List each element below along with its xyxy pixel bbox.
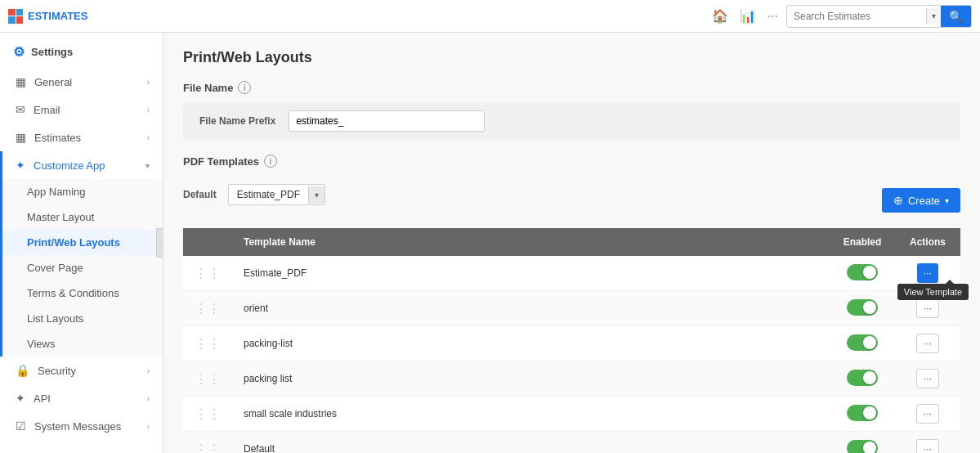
system-messages-chevron-icon: › [147, 422, 150, 431]
submenu-item-views[interactable]: Views [2, 331, 163, 357]
sidebar-item-estimates[interactable]: ▦ Estimates › [0, 123, 163, 151]
default-select-value: Estimate_PDF [229, 185, 308, 204]
submenu-item-list-layouts[interactable]: List Layouts [2, 306, 163, 331]
enabled-toggle[interactable] [847, 264, 878, 280]
default-select-arrow-icon[interactable]: ▾ [308, 186, 324, 204]
pdf-templates-section-label: PDF Templates i [183, 155, 277, 168]
action-menu-button[interactable]: ··· [916, 334, 939, 353]
drag-handle-icon[interactable]: ⋮⋮ [195, 267, 221, 280]
submenu-item-master-layout[interactable]: Master Layout [2, 204, 163, 230]
security-chevron-icon: › [147, 366, 150, 375]
api-icon: ✦ [16, 392, 25, 405]
file-name-prefix-label: File Name Prefix [199, 115, 275, 127]
sidebar-item-api-label: API [34, 392, 147, 405]
submenu-item-print-web-layouts[interactable]: Print/Web Layouts [2, 230, 163, 255]
submenu-item-app-naming[interactable]: App Naming [2, 179, 163, 204]
home-icon[interactable]: 🏠 [712, 8, 728, 24]
file-name-row: File Name Prefix [183, 102, 960, 140]
search-input[interactable] [787, 7, 926, 25]
action-menu-button[interactable]: ··· [916, 298, 939, 318]
action-menu-button[interactable]: ··· [916, 439, 939, 453]
main-content: Print/Web Layouts File Name i File Name … [163, 33, 980, 453]
th-drag [183, 228, 232, 256]
drag-handle-icon[interactable]: ⋮⋮ [195, 372, 221, 386]
template-name-cell: Default [232, 432, 830, 454]
estimates-chevron-icon: › [147, 133, 150, 142]
submenu-item-cover-page[interactable]: Cover Page [2, 255, 163, 280]
default-row: Default Estimate_PDF ▾ [183, 184, 325, 205]
enabled-toggle[interactable] [847, 334, 878, 351]
enabled-toggle[interactable] [847, 299, 878, 316]
bar-chart-icon[interactable]: 📊 [740, 8, 756, 24]
sidebar-item-email[interactable]: ✉ Email › [0, 96, 163, 123]
action-menu-button[interactable]: ··· [916, 404, 939, 424]
search-dropdown[interactable]: ▾ [926, 8, 941, 24]
search-button[interactable]: 🔍 [941, 6, 971, 27]
sidebar-item-customize-app[interactable]: ✦ Customize App ▾ [0, 151, 163, 179]
topbar: ESTIMATES 🏠 📊 ··· ▾ 🔍 [0, 0, 980, 33]
th-template-name: Template Name [232, 228, 830, 256]
template-name-cell: packing-list [232, 326, 830, 361]
table-row: ⋮⋮Estimate_PDF ··· View Template [183, 256, 960, 291]
actions-cell: ··· [895, 361, 960, 397]
default-label: Default [183, 189, 217, 200]
action-menu-button[interactable]: ··· [916, 369, 939, 388]
sidebar: ⚙ Settings ▦ General › ✉ Email › ▦ Estim… [0, 33, 163, 453]
enabled-toggle-cell [830, 397, 895, 432]
sidebar-collapse-btn[interactable]: ‹ [156, 228, 163, 258]
enabled-toggle-cell [830, 291, 895, 326]
settings-gear-icon: ⚙ [13, 44, 25, 60]
enabled-toggle-cell [830, 432, 895, 454]
default-select[interactable]: Estimate_PDF ▾ [228, 184, 325, 205]
actions-cell: ··· View Template [895, 256, 960, 291]
drag-handle-icon[interactable]: ⋮⋮ [195, 337, 221, 351]
drag-handle-icon[interactable]: ⋮⋮ [195, 302, 221, 316]
app-logo: ESTIMATES [8, 9, 87, 24]
sidebar-item-api[interactable]: ✦ API › [0, 384, 163, 412]
sidebar-item-general[interactable]: ▦ General › [0, 68, 163, 96]
view-template-tooltip: View Template [897, 284, 969, 300]
th-enabled: Enabled [830, 228, 895, 256]
enabled-toggle[interactable] [847, 440, 878, 454]
drag-handle-icon[interactable]: ⋮⋮ [195, 442, 221, 454]
more-icon[interactable]: ··· [767, 9, 778, 24]
template-name-cell: Estimate_PDF [232, 256, 830, 291]
sidebar-title: Settings [31, 46, 73, 58]
actions-cell: ··· [895, 326, 960, 361]
action-menu-button[interactable]: ··· [917, 263, 938, 283]
general-chevron-icon: › [147, 78, 150, 87]
drag-handle-icon[interactable]: ⋮⋮ [195, 407, 221, 421]
enabled-toggle-cell [830, 361, 895, 397]
template-name-cell: packing list [232, 361, 830, 397]
sidebar-item-system-messages[interactable]: ☑ System Messages › [0, 412, 163, 440]
actions-cell: ··· [895, 397, 960, 432]
security-icon: 🔒 [16, 364, 29, 377]
sidebar-item-system-messages-label: System Messages [34, 420, 147, 433]
search-bar: ▾ 🔍 [786, 5, 972, 28]
templates-table: Template Name Enabled Actions ⋮⋮Estimate… [183, 228, 960, 453]
sidebar-item-security-label: Security [38, 365, 147, 377]
enabled-toggle[interactable] [847, 370, 878, 386]
table-row: ⋮⋮Default ··· [183, 432, 960, 454]
sidebar-item-customize-app-label: Customize App [34, 159, 145, 172]
system-messages-icon: ☑ [16, 419, 26, 433]
template-name-cell: small scale industries [232, 397, 830, 432]
file-name-section-label: File Name i [183, 81, 960, 94]
file-name-info-icon[interactable]: i [238, 81, 251, 94]
create-dropdown-arrow-icon: ▾ [945, 196, 949, 205]
sidebar-item-general-label: General [34, 76, 147, 88]
app-logo-icon [8, 9, 23, 24]
topbar-icons: 🏠 📊 ··· [712, 8, 778, 24]
file-name-prefix-input[interactable] [289, 110, 485, 132]
pdf-templates-header: PDF Templates i [183, 155, 960, 176]
submenu-item-terms-conditions[interactable]: Terms & Conditions [2, 280, 163, 306]
enabled-toggle[interactable] [847, 405, 878, 421]
enabled-toggle-cell [830, 326, 895, 361]
create-button[interactable]: ⊕ Create ▾ [882, 188, 960, 213]
app-body: ⚙ Settings ▦ General › ✉ Email › ▦ Estim… [0, 33, 980, 453]
sidebar-item-estimates-label: Estimates [34, 132, 147, 144]
sidebar-item-security[interactable]: 🔒 Security › [0, 357, 163, 384]
estimates-icon: ▦ [16, 131, 26, 144]
pdf-templates-info-icon[interactable]: i [264, 155, 277, 168]
customize-app-icon: ✦ [16, 159, 25, 172]
